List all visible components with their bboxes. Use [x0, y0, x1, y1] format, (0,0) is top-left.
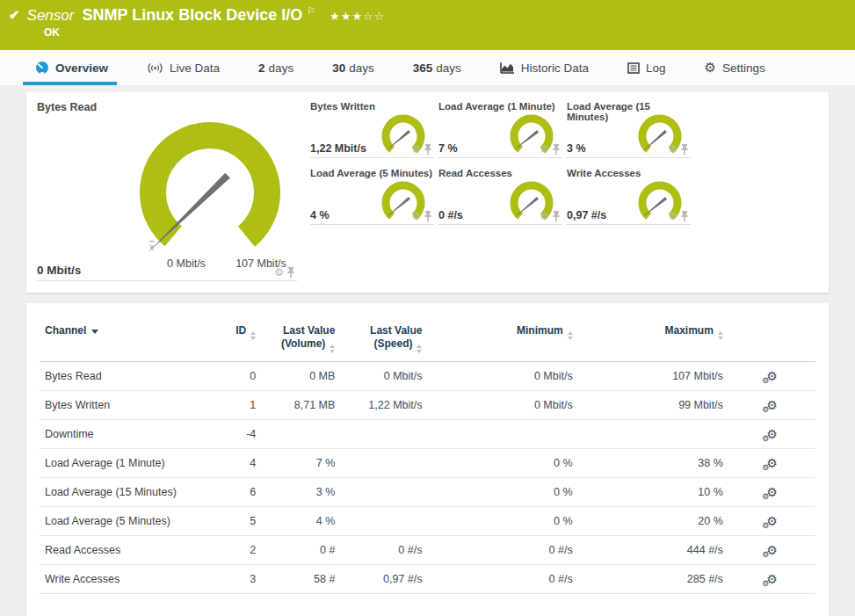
gear-small-icon: ⚙: [762, 405, 769, 414]
maximum-value: 10 %: [578, 478, 728, 507]
channel-id: -4: [214, 420, 261, 449]
channel-name: Load Average (1 Minute): [40, 449, 214, 478]
stars-filled: ★★★: [330, 10, 363, 23]
tab-number: 30: [332, 62, 345, 75]
pin-icon[interactable]: [552, 144, 561, 155]
tab-365-days[interactable]: 365 days: [413, 50, 461, 85]
gauge-settings-gear-icon[interactable]: ⚙: [411, 143, 421, 156]
tab-label: Historic Data: [521, 62, 589, 75]
channel-settings-icon[interactable]: ⚙⚙: [766, 572, 778, 586]
maximum-value: 20 %: [578, 507, 728, 536]
broadcast-icon: [147, 62, 163, 74]
gear-small-icon: ⚙: [762, 492, 769, 501]
channel-settings-icon[interactable]: ⚙⚙: [766, 427, 778, 441]
last-value-volume: 7 %: [261, 449, 340, 478]
last-value-volume: [261, 420, 340, 449]
gauge-tile-load-average-1-minute: Load Average (1 Minute) 7 % ⚙: [438, 101, 562, 158]
maximum-value: 285 #/s: [578, 565, 728, 594]
pin-icon[interactable]: [552, 211, 561, 221]
column-header-last-value-speed[interactable]: Last Value(Speed): [340, 315, 427, 362]
tab-overview[interactable]: Overview: [35, 50, 108, 85]
channel-id: 0: [214, 362, 261, 391]
sort-icon: [568, 331, 573, 340]
table-header-row: Channel ID Last Value(Volume) Last Value…: [40, 315, 815, 362]
gauge-title: Bytes Written: [310, 101, 434, 112]
gauge-settings-gear-icon[interactable]: ⚙: [540, 143, 549, 156]
channel-settings-icon[interactable]: ⚙⚙: [766, 543, 778, 557]
column-label: Last Value: [345, 324, 422, 337]
maximum-value: [578, 420, 728, 449]
sort-icon: [417, 344, 422, 353]
gauge-settings-gear-icon[interactable]: ⚙: [411, 210, 421, 222]
gauge-tile-write-accesses: Write Accesses 0,97 #/s ⚙: [567, 168, 691, 225]
minimum-value: 0 %: [427, 507, 577, 536]
channel-id: 5: [214, 507, 261, 536]
stars-empty: ☆☆: [363, 10, 385, 23]
last-value-speed: [340, 478, 427, 507]
gauge-settings-gear-icon[interactable]: ⚙: [668, 210, 677, 222]
channel-settings-icon[interactable]: ⚙⚙: [766, 514, 778, 528]
channel-name: Bytes Written: [40, 391, 214, 420]
tab-30-days[interactable]: 30 days: [332, 50, 374, 85]
channel-name: Read Accesses: [40, 536, 214, 565]
gear-small-icon: ⚙: [762, 550, 769, 559]
priority-flag-icon[interactable]: ⚐: [307, 5, 315, 17]
gauge-settings-gear-icon[interactable]: ⚙: [274, 266, 284, 279]
historic-chart-icon: [500, 62, 515, 74]
channel-settings-icon[interactable]: ⚙⚙: [766, 398, 778, 412]
gauge-tile-load-average-5-minutes: Load Average (5 Minutes) 4 % ⚙: [310, 168, 434, 225]
column-label: Maximum: [664, 324, 713, 337]
tab-live-data[interactable]: Live Data: [147, 50, 220, 85]
channel-id: 6: [214, 478, 261, 507]
pin-icon[interactable]: [680, 144, 689, 155]
pin-icon[interactable]: [424, 211, 432, 221]
column-header-maximum[interactable]: Maximum: [578, 315, 728, 362]
gauge-settings-gear-icon[interactable]: ⚙: [540, 210, 549, 222]
tab-historic-data[interactable]: Historic Data: [500, 50, 589, 85]
gauge-current-value: 3 %: [567, 142, 586, 155]
maximum-value: 99 Mbit/s: [578, 391, 728, 420]
channel-name: Write Accesses: [40, 565, 214, 594]
tab-number: 2: [258, 62, 265, 75]
column-header-id[interactable]: ID: [214, 315, 261, 362]
column-header-last-value-volume[interactable]: Last Value(Volume): [261, 315, 340, 362]
gear-icon: ⚙: [705, 60, 716, 76]
gauge-tile-bytes-read: Bytes Read x 0 Mbit/s 107 Mbit/s 0 Mbit/…: [37, 101, 297, 281]
tab-log[interactable]: Log: [627, 50, 666, 85]
minimum-value: 0 Mbit/s: [427, 391, 577, 420]
channel-id: 4: [214, 449, 261, 478]
gauge-current-value: 4 %: [310, 209, 330, 221]
minimum-value: 0 %: [427, 478, 577, 507]
gear-small-icon: ⚙: [762, 579, 769, 588]
priority-stars[interactable]: ★★★☆☆: [330, 10, 385, 23]
last-value-volume: 0 #: [261, 536, 340, 565]
last-value-speed: [340, 449, 427, 478]
pin-icon[interactable]: [286, 267, 295, 278]
gear-small-icon: ⚙: [762, 434, 769, 443]
tab-settings[interactable]: ⚙ Settings: [705, 50, 765, 85]
gear-small-icon: ⚙: [762, 521, 769, 530]
gauge-current-value: 7 %: [438, 142, 458, 155]
channel-settings-icon[interactable]: ⚙⚙: [766, 456, 778, 470]
pin-icon[interactable]: [424, 144, 432, 155]
last-value-speed: [340, 420, 427, 449]
table-row: Load Average (15 Minutes) 6 3 % 0 % 10 %…: [40, 478, 815, 507]
gauge-settings-gear-icon[interactable]: ⚙: [668, 143, 677, 156]
table-row: Bytes Read 0 0 MB 0 Mbit/s 0 Mbit/s 107 …: [40, 362, 815, 391]
column-sublabel: (Speed): [373, 337, 412, 350]
tab-label: Settings: [722, 62, 765, 75]
channel-settings-icon[interactable]: ⚙⚙: [766, 485, 778, 499]
pin-icon[interactable]: [680, 211, 689, 221]
maximum-value: 107 Mbit/s: [578, 362, 728, 391]
sort-icon: [330, 344, 335, 353]
channel-name: Load Average (15 Minutes): [40, 478, 214, 507]
column-header-channel[interactable]: Channel: [40, 315, 214, 362]
channel-name: Bytes Read: [40, 362, 214, 391]
column-header-minimum[interactable]: Minimum: [427, 315, 577, 362]
tab-2-days[interactable]: 2 days: [258, 50, 293, 85]
gauge-title: Write Accesses: [567, 168, 691, 178]
minimum-value: 0 #/s: [427, 565, 577, 594]
column-sublabel: (Volume): [281, 337, 325, 350]
last-value-volume: 3 %: [261, 478, 340, 507]
channel-settings-icon[interactable]: ⚙⚙: [766, 369, 778, 383]
